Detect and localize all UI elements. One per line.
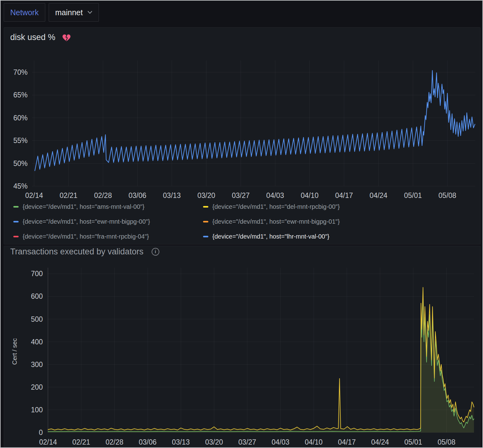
x-tick-label: 04/10 bbox=[301, 191, 319, 199]
tx-panel-header[interactable]: Transactions executed by validators i bbox=[4, 246, 480, 256]
x-tick-label: 02/21 bbox=[60, 191, 78, 199]
panel-disk-used: disk used % 02/1402/2102/2803/0603/1303/… bbox=[4, 27, 481, 244]
y-tick-label: 200 bbox=[31, 383, 43, 391]
disk-used-chart[interactable]: 02/1402/2102/2803/0603/1303/2003/2704/03… bbox=[4, 59, 480, 202]
x-tick-label: 04/24 bbox=[370, 191, 388, 199]
chevron-down-icon bbox=[87, 11, 92, 14]
series-line bbox=[48, 287, 474, 430]
x-tick-label: 02/28 bbox=[105, 438, 123, 446]
x-tick-label: 04/03 bbox=[266, 191, 284, 199]
legend-label: {device="/dev/md1", host="ewr-mnt-bigpg-… bbox=[212, 218, 340, 225]
legend-label: {device="/dev/md1", host="ewr-mnt-bigpg-… bbox=[23, 218, 150, 225]
series-line bbox=[48, 296, 474, 432]
x-tick-label: 03/06 bbox=[139, 438, 157, 446]
alert-broken-heart-icon bbox=[62, 34, 71, 42]
legend-item[interactable]: {device="/dev/md1", host="ewr-mnt-bigpg-… bbox=[13, 218, 203, 225]
legend-swatch-icon bbox=[203, 221, 208, 222]
y-tick-label: 300 bbox=[31, 361, 43, 369]
legend-swatch-icon bbox=[203, 206, 208, 208]
x-tick-label: 05/01 bbox=[404, 191, 422, 199]
x-tick-label: 02/14 bbox=[25, 191, 43, 199]
network-variable-label[interactable]: Network bbox=[4, 3, 45, 22]
network-variable-value: mainnet bbox=[55, 8, 83, 17]
y-tick-label: 600 bbox=[31, 292, 43, 300]
legend-swatch-icon bbox=[13, 221, 19, 222]
y-tick-label: 100 bbox=[31, 406, 43, 414]
y-tick-label: 0 bbox=[39, 428, 43, 437]
x-tick-label: 04/10 bbox=[305, 438, 323, 446]
legend-item[interactable]: {device="/dev/md1", host="ams-mnt-val-00… bbox=[13, 203, 203, 210]
legend-swatch-icon bbox=[13, 206, 19, 208]
legend-item[interactable]: {device="/dev/md1", host="ewr-mnt-bigpg-… bbox=[203, 218, 340, 225]
disk-chart-legend: {device="/dev/md1", host="ams-mnt-val-00… bbox=[13, 203, 340, 240]
y-tick-label: 60% bbox=[13, 114, 28, 122]
network-variable-select[interactable]: mainnet bbox=[49, 3, 99, 22]
x-tick-label: 02/14 bbox=[39, 438, 57, 446]
x-tick-label: 02/21 bbox=[72, 438, 90, 446]
disk-panel-header[interactable]: disk used % bbox=[4, 28, 480, 42]
x-tick-label: 03/20 bbox=[205, 438, 223, 446]
legend-swatch-icon bbox=[13, 236, 19, 237]
legend-label: {device="/dev/md1", host="lhr-mnt-val-00… bbox=[212, 233, 329, 240]
x-tick-label: 03/06 bbox=[128, 191, 146, 199]
grafana-dashboard: Network mainnet disk used % 02/1402/2102… bbox=[0, 0, 483, 448]
x-tick-label: 03/13 bbox=[172, 438, 190, 446]
dashboard-variable-bar: Network mainnet bbox=[1, 1, 482, 27]
y-tick-label: 45% bbox=[13, 182, 28, 190]
x-tick-label: 03/27 bbox=[238, 438, 256, 446]
series-area bbox=[48, 287, 474, 432]
x-tick-label: 03/13 bbox=[163, 191, 181, 199]
network-variable-label-text: Network bbox=[10, 8, 39, 17]
x-tick-label: 03/27 bbox=[232, 191, 250, 199]
y-tick-label: 400 bbox=[31, 338, 43, 346]
y-tick-label: 50% bbox=[13, 159, 28, 168]
transactions-chart[interactable]: 02/1402/2102/2803/0603/1303/2003/2704/03… bbox=[4, 265, 480, 448]
x-tick-label: 04/17 bbox=[338, 438, 356, 446]
x-tick-label: 05/08 bbox=[438, 191, 456, 199]
info-icon[interactable]: i bbox=[152, 248, 159, 256]
series-line bbox=[35, 70, 475, 171]
legend-item[interactable]: {device="/dev/md1", host="fra-mnt-rpcbig… bbox=[13, 233, 203, 240]
y-tick-label: 500 bbox=[31, 315, 43, 323]
y-tick-label: 65% bbox=[13, 91, 28, 99]
legend-label: {device="/dev/md1", host="fra-mnt-rpcbig… bbox=[23, 233, 149, 240]
x-tick-label: 04/03 bbox=[272, 438, 290, 446]
legend-item[interactable]: {device="/dev/md1", host="del-mnt-rpcbig… bbox=[203, 203, 340, 210]
x-tick-label: 04/24 bbox=[371, 438, 389, 446]
disk-panel-title: disk used % bbox=[10, 33, 55, 42]
y-tick-label: 700 bbox=[31, 270, 43, 278]
x-tick-label: 03/20 bbox=[197, 191, 215, 199]
legend-item[interactable]: {device="/dev/md1", host="lhr-mnt-val-00… bbox=[203, 233, 340, 240]
panel-transactions: Transactions executed by validators i Ce… bbox=[4, 246, 481, 448]
x-tick-label: 05/01 bbox=[404, 438, 422, 446]
x-tick-label: 05/08 bbox=[437, 438, 455, 446]
legend-label: {device="/dev/md1", host="ams-mnt-val-00… bbox=[23, 203, 144, 210]
x-tick-label: 02/28 bbox=[94, 191, 112, 199]
tx-panel-title: Transactions executed by validators bbox=[10, 247, 144, 256]
legend-swatch-icon bbox=[203, 236, 208, 237]
y-tick-label: 55% bbox=[13, 137, 28, 145]
y-tick-label: 70% bbox=[13, 68, 28, 76]
x-tick-label: 04/17 bbox=[335, 191, 353, 199]
legend-label: {device="/dev/md1", host="del-mnt-rpcbig… bbox=[212, 203, 340, 210]
